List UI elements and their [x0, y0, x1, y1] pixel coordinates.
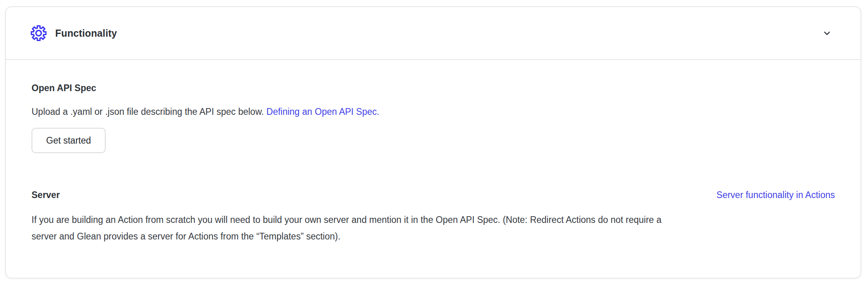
panel-body: Open API Spec Upload a .yaml or .json fi…: [6, 82, 861, 245]
functionality-panel: Functionality Open API Spec Upload a .ya…: [5, 6, 861, 279]
server-title: Server: [32, 189, 60, 200]
collapse-toggle-button[interactable]: [820, 26, 834, 40]
server-description-line1: If you are building an Action from scrat…: [32, 211, 835, 228]
functionality-section-header[interactable]: Functionality: [6, 7, 861, 59]
open-api-spec-description: Upload a .yaml or .json file describing …: [32, 106, 835, 118]
gear-icon: [31, 25, 47, 41]
open-api-spec-description-text: Upload a .yaml or .json file describing …: [32, 107, 264, 117]
server-description: If you are building an Action from scrat…: [32, 211, 835, 245]
header-divider: [6, 59, 861, 60]
server-section: Server Server functionality in Actions I…: [32, 189, 835, 245]
server-heading-row: Server Server functionality in Actions: [32, 189, 835, 200]
open-api-spec-title: Open API Spec: [32, 82, 835, 94]
chevron-down-icon: [822, 28, 832, 38]
panel-title: Functionality: [55, 28, 117, 39]
open-api-spec-section: Open API Spec Upload a .yaml or .json fi…: [32, 82, 835, 153]
server-functionality-link[interactable]: Server functionality in Actions: [717, 190, 835, 200]
server-description-line2: server and Glean provides a server for A…: [32, 228, 835, 245]
get-started-button[interactable]: Get started: [32, 128, 106, 153]
defining-open-api-spec-link[interactable]: Defining an Open API Spec.: [266, 107, 379, 117]
